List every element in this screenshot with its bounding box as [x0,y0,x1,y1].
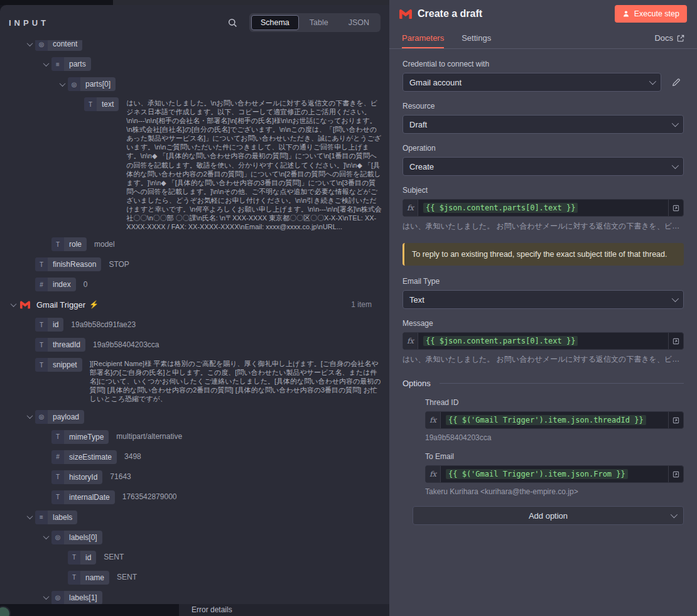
add-option-label: Add option [529,511,568,521]
schema-key-pill[interactable]: T finishReason [35,257,101,271]
resource-select[interactable]: Draft [403,115,684,134]
schema-key-pill[interactable]: T text [84,97,119,111]
tab-parameters[interactable]: Parameters [402,28,444,48]
tree-row[interactable]: T id 19a9b58cd91fae23 [0,315,382,335]
schema-key-pill[interactable]: ◎ payload [35,410,84,424]
email-type-value: Text [409,295,424,305]
schema-key: snippet [48,360,82,369]
chevron-down-icon[interactable] [8,298,19,311]
tree-row[interactable]: T historyId 71643 [0,467,382,487]
tree-row[interactable]: T mimeType multipart/alternative [0,427,382,447]
ndv-tab-bar: Parameters Settings Docs [389,28,697,49]
input-panel: INPUT Schema Table JSON ◎ content [0,5,389,604]
node-name: Gmail Trigger [36,300,85,310]
schema-key: sizeEstimate [64,453,117,462]
tree-row[interactable]: ◎ labels[1] [0,588,382,604]
fx-icon: fx [403,333,418,349]
schema-key-pill[interactable]: T id [68,551,96,565]
schema-key-pill[interactable]: T snippet [35,358,82,372]
tree-row[interactable]: # sizeEstimate 3498 [0,447,382,467]
credential-label: Credential to connect with [403,60,684,68]
add-option-button[interactable]: Add option [413,506,684,525]
subject-label: Subject [403,186,684,195]
tree-node-header[interactable]: Gmail Trigger ⚡ 1 item [0,294,382,315]
subject-expression-input[interactable]: fx {{ $json.content.parts[0].text }} [403,199,684,217]
operation-select[interactable]: Create [403,157,684,176]
canvas-strip-dark [0,0,113,5]
tab-settings[interactable]: Settings [462,28,491,48]
schema-value: model [94,239,115,249]
tree-row[interactable]: T internalDate 1763542879000 [0,487,382,507]
tree-row[interactable]: ≡ parts [0,54,382,74]
chevron-down-icon[interactable] [40,57,51,71]
tree-row[interactable]: T finishReason STOP [0,254,382,274]
schema-key: id [80,553,96,562]
chevron-down-icon[interactable] [24,40,35,51]
schema-key: payload [48,413,84,421]
schema-key-pill[interactable]: T role [51,237,87,251]
thread-notice: To reply to an existing thread, specify … [403,243,684,266]
tree-row[interactable]: T role model [0,234,382,254]
schema-key-pill[interactable]: T name [68,571,109,585]
message-label: Message [403,319,684,328]
schema-key-pill[interactable]: ≡ labels [35,511,77,524]
schema-key-pill[interactable]: T id [35,318,63,332]
chevron-down-icon[interactable] [40,531,51,544]
schema-key-pill[interactable]: # sizeEstimate [51,450,117,464]
email-type-select[interactable]: Text [403,290,684,309]
thread-id-expression-input[interactable]: fx {{ $('Gmail Trigger').item.json.threa… [425,411,684,429]
tree-row[interactable]: T snippet ][Recipient Name]様 平素は格別のご高配を賜… [0,355,382,406]
tree-row[interactable]: T id SENT [0,548,382,568]
execute-step-button[interactable]: Execute step [615,5,687,23]
edit-credential-pencil-icon[interactable] [669,75,684,90]
schema-value: はい、承知いたしました。\nお問い合わせメールに対する返信文の下書きを、ビジネス… [126,97,382,231]
schema-key: content [48,40,82,48]
chevron-down-icon[interactable] [57,77,68,91]
chevron-down-icon[interactable] [24,511,35,524]
schema-key: id [48,320,63,329]
chevron-down-icon[interactable] [40,591,51,604]
schema-key: labels[0] [64,533,102,542]
search-icon[interactable] [225,15,240,30]
to-email-label: To Email [425,452,684,461]
schema-key-pill[interactable]: ◎ labels[1] [51,591,102,604]
tree-row[interactable]: ◎ content [0,40,382,54]
expand-expression-icon[interactable] [668,412,683,428]
schema-key-pill[interactable]: ≡ parts [51,57,91,71]
schema-key-pill[interactable]: ◎ parts[0] [68,77,116,91]
docs-link[interactable]: Docs [654,28,684,48]
chevron-down-icon[interactable] [24,410,35,424]
message-expression-input[interactable]: fx {{ $json.content.parts[0].text }} [403,332,684,350]
expand-expression-icon[interactable] [668,200,683,216]
schema-key-pill[interactable]: ◎ content [35,40,82,51]
tree-row[interactable]: T threadId 19a9b58404203cca [0,335,382,355]
tree-row[interactable]: ◎ labels[0] [0,527,382,548]
schema-value: multipart/alternative [116,431,182,441]
tree-row[interactable]: T text はい、承知いたしました。\nお問い合わせメールに対する返信文の下書… [0,94,382,234]
tree-row[interactable]: ◎ payload [0,407,382,427]
tab-table[interactable]: Table [300,15,338,30]
schema-key-pill[interactable]: T mimeType [51,430,109,444]
expand-expression-icon[interactable] [668,466,683,482]
schema-value: 0 [84,279,88,289]
node-title: Create a draft [418,8,482,19]
tab-json[interactable]: JSON [339,15,379,30]
to-email-preview: Takeru Kurihara <kurihara@the-empire.co.… [425,487,684,496]
credential-select[interactable]: Gmail account [403,73,661,92]
tree-row[interactable]: ≡ labels [0,507,382,527]
schema-key-pill[interactable]: T historyId [51,470,102,484]
tree-row[interactable]: # index 0 [0,274,382,294]
schema-key-pill[interactable]: T internalDate [51,490,115,504]
operation-value: Create [409,162,434,171]
tree-row[interactable]: ◎ parts[0] [0,74,382,94]
schema-key-pill[interactable]: ◎ labels[0] [51,531,102,544]
expand-expression-icon[interactable] [668,333,683,349]
error-details-button[interactable]: Error details [179,604,389,616]
message-expression: {{ $json.content.parts[0].text }} [423,336,578,346]
object-icon: ◎ [51,591,64,604]
to-email-expression-input[interactable]: fx {{ $('Gmail Trigger').item.json.From … [425,465,684,483]
schema-key-pill[interactable]: # index [35,278,76,291]
tree-row[interactable]: T name SENT [0,568,382,588]
schema-key-pill[interactable]: T threadId [35,338,85,352]
tab-schema[interactable]: Schema [251,15,299,30]
